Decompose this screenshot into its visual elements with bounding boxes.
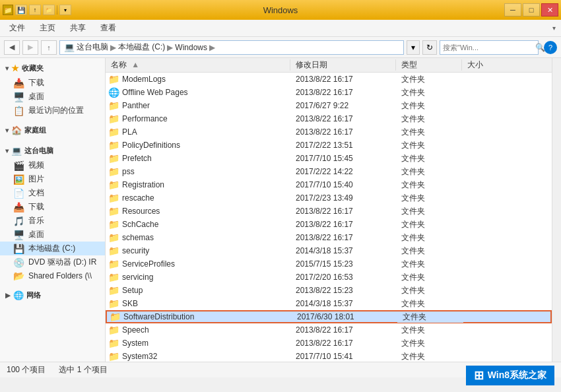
- table-row[interactable]: 📁 security 2014/3/18 15:37 文件夹: [106, 244, 552, 257]
- path-pc: 这台电脑: [77, 42, 108, 53]
- file-list-area: 名称 ▲ 修改日期 类型 大小 📁 ModemLogs 2013/8/22 16…: [106, 58, 552, 362]
- table-row[interactable]: 🌐 Offline Web Pages 2013/8/22 16:17 文件夹: [106, 86, 552, 99]
- table-row[interactable]: 📁 SchCache 2013/8/22 16:17 文件夹: [106, 218, 552, 231]
- col-header-name[interactable]: 名称 ▲: [106, 59, 290, 71]
- sidebar-label-video: 视频: [28, 160, 44, 171]
- table-row[interactable]: 📁 Setup 2013/8/22 15:23 文件夹: [106, 284, 552, 297]
- favorites-label: 收藏夹: [22, 63, 44, 73]
- file-name-cell: 📁 Registration: [106, 180, 290, 190]
- col-header-type[interactable]: 类型: [396, 59, 462, 71]
- folder-icon: 📁: [108, 127, 119, 137]
- file-name-cell: 📁 rescache: [106, 193, 290, 203]
- homegroup-header[interactable]: ▾ 🏠 家庭组: [0, 123, 105, 138]
- maximize-button[interactable]: □: [523, 3, 540, 16]
- network-collapse[interactable]: ▶: [5, 292, 11, 299]
- file-name: security: [122, 246, 149, 255]
- close-button[interactable]: ✕: [541, 3, 558, 16]
- sidebar: ▾ ★ 收藏夹 📥 下载 🖥️ 桌面 📋 最近访问的位置 ▾ 🏠 家庭组 ▾ 💻: [0, 58, 106, 362]
- file-name-cell: 📁 PLA: [106, 127, 290, 137]
- table-row[interactable]: 📁 pss 2017/2/22 14:22 文件夹: [106, 165, 552, 178]
- file-date-cell: 2013/8/22 16:17: [290, 325, 396, 335]
- network-header[interactable]: ▶ 🌐 网络: [0, 288, 105, 303]
- sidebar-item-desktop2[interactable]: 🖥️ 桌面: [0, 228, 105, 242]
- thispc-collapse[interactable]: ▾: [5, 147, 9, 154]
- table-row[interactable]: 📁 servicing 2017/2/20 16:53 文件夹: [106, 271, 552, 284]
- file-name: Setup: [122, 286, 143, 295]
- back-button[interactable]: ◀: [4, 40, 20, 55]
- menu-file[interactable]: 文件: [3, 21, 32, 36]
- sidebar-label-dvd: DVD 驱动器 (D:) IR: [28, 257, 96, 268]
- quick-access-save[interactable]: 💾: [15, 5, 27, 15]
- table-row[interactable]: 📁 rescache 2017/2/23 13:49 文件夹: [106, 191, 552, 205]
- sidebar-item-shared[interactable]: 📂 Shared Folders (\\: [0, 269, 105, 282]
- col-header-date[interactable]: 修改日期: [290, 59, 396, 71]
- address-dropdown[interactable]: ▾: [407, 40, 420, 55]
- file-name: PLA: [122, 127, 137, 137]
- sidebar-item-pictures[interactable]: 🖼️ 图片: [0, 172, 105, 186]
- table-row[interactable]: 📁 Panther 2017/6/27 9:22 文件夹: [106, 99, 552, 112]
- menu-view[interactable]: 查看: [94, 21, 123, 36]
- sidebar-item-downloads2[interactable]: 📥 下载: [0, 200, 105, 214]
- table-row[interactable]: 📁 Registration 2017/7/10 15:40 文件夹: [106, 178, 552, 191]
- quick-access-new-folder[interactable]: 📁: [43, 5, 55, 15]
- sidebar-item-recent[interactable]: 📋 最近访问的位置: [0, 104, 105, 117]
- menu-home[interactable]: 主页: [33, 21, 62, 36]
- sidebar-item-downloads[interactable]: 📥 下载: [0, 76, 105, 90]
- thispc-header[interactable]: ▾ 💻 这台电脑: [0, 143, 105, 158]
- menu-share[interactable]: 共享: [63, 21, 92, 36]
- scrollbar-track[interactable]: [552, 58, 561, 362]
- sidebar-label-recent: 最近访问的位置: [28, 105, 84, 116]
- file-name-cell: 📁 System: [106, 338, 290, 348]
- file-name: Performance: [122, 114, 168, 123]
- table-row[interactable]: 📁 System32 2017/7/10 15:41 文件夹: [106, 350, 552, 362]
- folder-icon: 📁: [108, 325, 119, 335]
- file-date-cell: 2014/3/18 15:37: [290, 246, 396, 255]
- table-row[interactable]: 📁 ModemLogs 2013/8/22 16:17 文件夹: [106, 73, 552, 86]
- search-box[interactable]: 🔍: [440, 40, 539, 55]
- file-date-cell: 2017/7/10 15:40: [290, 180, 396, 189]
- table-row[interactable]: 📁 ServiceProfiles 2015/7/15 15:23 文件夹: [106, 257, 552, 271]
- table-row[interactable]: 📁 Performance 2013/8/22 16:17 文件夹: [106, 112, 552, 125]
- table-row[interactable]: 📁 PolicyDefinitions 2017/2/22 13:51 文件夹: [106, 139, 552, 152]
- file-type-cell: 文件夹: [396, 232, 462, 244]
- file-date-cell: 2013/8/22 16:17: [290, 207, 396, 216]
- table-row[interactable]: 📁 Speech 2013/8/22 16:17 文件夹: [106, 323, 552, 337]
- address-path[interactable]: 💻 这台电脑 ▶ 本地磁盘 (C:) ▶ Windows ▶: [59, 40, 404, 55]
- file-date-cell: 2017/6/30 18:01: [292, 312, 397, 321]
- thispc-label: 这台电脑: [24, 146, 53, 156]
- help-button[interactable]: ?: [544, 41, 557, 54]
- file-name: ServiceProfiles: [122, 259, 175, 269]
- table-row[interactable]: 📁 SKB 2014/3/18 15:37 文件夹: [106, 297, 552, 310]
- sidebar-item-documents[interactable]: 📄 文档: [0, 186, 105, 200]
- window-controls: ─ □ ✕: [504, 3, 558, 16]
- table-row[interactable]: 📁 PLA 2013/8/22 16:17 文件夹: [106, 125, 552, 139]
- minimize-button[interactable]: ─: [504, 3, 521, 16]
- menu-bar: 文件 主页 共享 查看 ▾: [0, 20, 561, 37]
- search-input[interactable]: [443, 44, 534, 51]
- table-row[interactable]: 📁 schemas 2013/8/22 16:17 文件夹: [106, 231, 552, 244]
- sidebar-item-music[interactable]: 🎵 音乐: [0, 214, 105, 228]
- table-row[interactable]: 📁 SoftwareDistribution 2017/6/30 18:01 文…: [106, 310, 552, 323]
- sidebar-item-dvd[interactable]: 💿 DVD 驱动器 (D:) IR: [0, 255, 105, 269]
- sidebar-item-local-disk[interactable]: 💾 本地磁盘 (C:): [0, 242, 105, 255]
- refresh-button[interactable]: ↻: [422, 40, 437, 55]
- quick-access-up[interactable]: ↑: [29, 5, 41, 15]
- homegroup-label: 家庭组: [24, 125, 46, 135]
- table-row[interactable]: 📁 Resources 2013/8/22 16:17 文件夹: [106, 205, 552, 218]
- quick-access-dropdown[interactable]: ▾: [59, 5, 71, 15]
- forward-button[interactable]: ▶: [22, 40, 38, 55]
- selected-count: 选中 1 个项目: [59, 364, 107, 376]
- favorites-collapse[interactable]: ▾: [5, 65, 9, 72]
- table-row[interactable]: 📁 System 2013/8/22 16:17 文件夹: [106, 337, 552, 350]
- up-button[interactable]: ↑: [41, 40, 57, 55]
- homegroup-collapse[interactable]: ▾: [5, 127, 9, 134]
- menu-expand[interactable]: ▾: [552, 24, 558, 32]
- sidebar-item-video[interactable]: 🎬 视频: [0, 158, 105, 172]
- sidebar-item-desktop[interactable]: 🖥️ 桌面: [0, 90, 105, 104]
- sidebar-label-downloads: 下载: [28, 77, 44, 88]
- file-name-cell: 🌐 Offline Web Pages: [106, 87, 290, 98]
- col-header-size[interactable]: 大小: [462, 59, 515, 71]
- table-row[interactable]: 📁 Prefetch 2017/7/10 15:45 文件夹: [106, 152, 552, 165]
- file-date-cell: 2013/8/22 16:17: [290, 88, 396, 97]
- favorites-header[interactable]: ▾ ★ 收藏夹: [0, 61, 105, 76]
